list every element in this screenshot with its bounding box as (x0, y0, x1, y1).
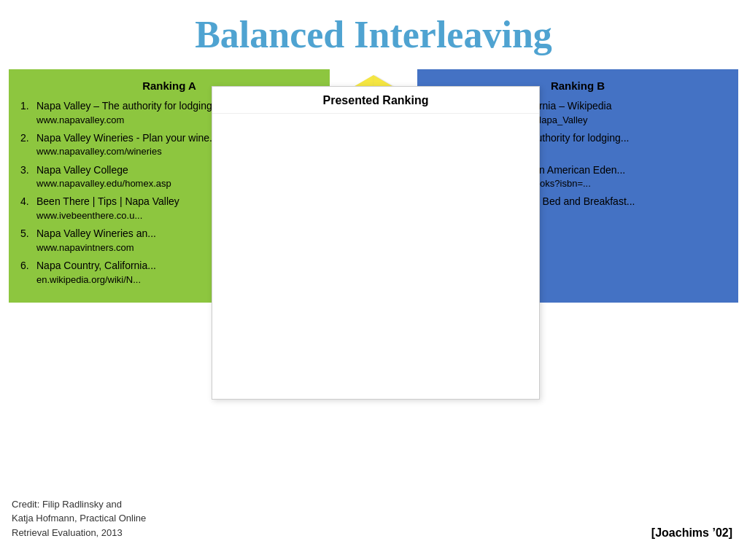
credit-text: Credit: Filip Radlinsky and Katja Hofman… (12, 497, 146, 540)
rank-content: Napa Valley Wineries an... www.napavintn… (36, 227, 156, 254)
rank-content: Napa Valley – The authority for lodging.… (36, 99, 220, 127)
rank-title: Napa Country, California... (36, 259, 156, 273)
page-title: Balanced Interleaving (0, 0, 747, 69)
presented-ranking-box: Presented Ranking (212, 86, 540, 400)
rank-num: 4. (20, 195, 34, 222)
rank-url: www.napavalley.com/wineries (36, 145, 218, 158)
rank-title: Napa Valley – The authority for lodging.… (36, 99, 220, 114)
credit-line3: Retrieval Evaluation, 2013 (12, 526, 146, 540)
rank-content: Napa Valley Wineries - Plan your wine...… (36, 131, 218, 159)
rank-url: www.ivebeenthere.co.u... (36, 209, 179, 222)
presented-ranking-header: Presented Ranking (212, 87, 539, 114)
citation: [Joachims ’02] (651, 526, 732, 540)
rank-num: 3. (20, 163, 34, 191)
rank-content: Napa Valley College www.napavalley.edu/h… (36, 163, 171, 191)
rank-url: www.napavintners.com (36, 241, 156, 254)
credit-line2: Katja Hofmann, Practical Online (12, 511, 146, 526)
rank-title: Napa Valley Wineries - Plan your wine... (36, 131, 218, 146)
rank-title: Napa Valley Wineries an... (36, 227, 156, 241)
rank-content: Napa Country, California... en.wikipedia… (36, 259, 156, 287)
rank-num: 1. (20, 99, 34, 127)
rank-title: Been There | Tips | Napa Valley (36, 195, 179, 209)
credit-line1: Credit: Filip Radlinsky and (12, 497, 146, 512)
rank-num: 6. (20, 259, 34, 287)
rank-url: www.napavalley.edu/homex.asp (36, 177, 171, 190)
rank-num: 2. (20, 131, 34, 159)
rank-content: Been There | Tips | Napa Valley www.iveb… (36, 195, 179, 222)
rank-url: en.wikipedia.org/wiki/N... (36, 273, 156, 287)
rank-title: Napa Valley College (36, 163, 171, 178)
rank-url: www.napavalley.com (36, 114, 220, 127)
rank-num: 5. (20, 227, 34, 254)
